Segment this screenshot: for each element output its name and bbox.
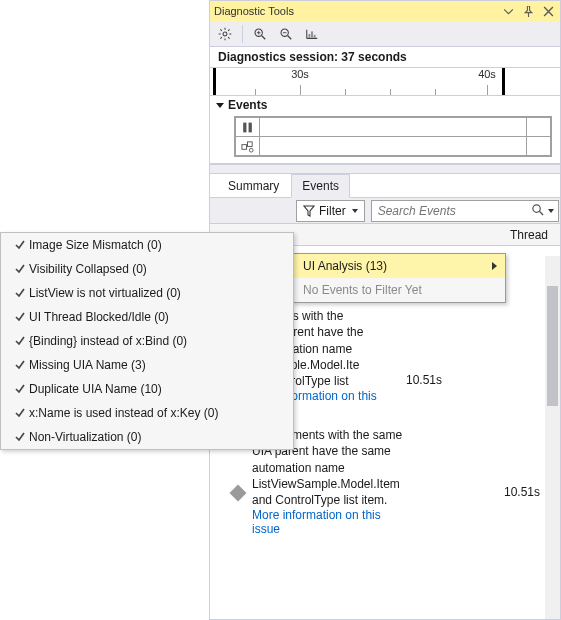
issue-link[interactable]: More information on thisissue <box>252 508 496 536</box>
issue-text-fragment: IA parent have the <box>266 324 552 340</box>
pause-icon[interactable] <box>236 118 260 137</box>
window-title: Diagnostic Tools <box>214 5 496 17</box>
svg-line-7 <box>228 29 229 30</box>
vertical-scrollbar[interactable] <box>545 256 560 619</box>
filter-icon <box>303 205 315 217</box>
timeline-tick-label: 40s <box>478 68 496 80</box>
svg-line-14 <box>288 35 292 39</box>
svg-line-25 <box>539 211 543 215</box>
timeline-marker-start[interactable] <box>213 68 216 95</box>
window-dropdown-icon[interactable] <box>500 3 516 19</box>
table-cell <box>527 137 551 156</box>
timeline-tick <box>390 89 391 95</box>
filter-button[interactable]: Filter <box>296 200 365 222</box>
check-icon <box>11 407 29 419</box>
toolbar <box>210 21 560 47</box>
submenu-item[interactable]: UI Thread Blocked/Idle (0) <box>1 305 293 329</box>
svg-rect-21 <box>242 145 247 150</box>
check-icon <box>11 287 29 299</box>
svg-rect-17 <box>311 31 313 37</box>
check-icon <box>11 239 29 251</box>
submenu-item[interactable]: Non-Virtualization (0) <box>1 425 293 449</box>
submenu-item[interactable]: Visibility Collapsed (0) <box>1 257 293 281</box>
svg-point-23 <box>249 149 253 153</box>
tabs: Summary Events <box>210 174 560 198</box>
svg-line-8 <box>220 37 221 38</box>
filter-menu-item-no-events: No Events to Filter Yet <box>293 278 505 302</box>
settings-button[interactable] <box>214 23 236 45</box>
table-cell <box>527 118 551 137</box>
pin-icon[interactable] <box>520 3 536 19</box>
title-bar: Diagnostic Tools <box>210 1 560 21</box>
submenu-item[interactable]: Missing UIA Name (3) <box>1 353 293 377</box>
check-icon <box>11 335 29 347</box>
zoom-out-button[interactable] <box>275 23 297 45</box>
chevron-down-icon <box>216 103 224 108</box>
table-cell <box>260 137 527 156</box>
filter-row: Filter <box>210 198 560 224</box>
timeline-tick <box>345 89 346 95</box>
zoom-in-button[interactable] <box>249 23 271 45</box>
check-icon <box>11 431 29 443</box>
timeline-marker-end[interactable] <box>502 68 505 95</box>
filter-menu: UI Analysis (13) No Events to Filter Yet <box>292 253 506 303</box>
submenu-item[interactable]: ListView is not virtualized (0) <box>1 281 293 305</box>
tab-summary[interactable]: Summary <box>218 175 289 197</box>
svg-point-24 <box>533 204 540 211</box>
svg-rect-22 <box>248 142 253 147</box>
filter-label: Filter <box>319 204 346 218</box>
svg-point-0 <box>223 32 227 36</box>
svg-line-6 <box>228 37 229 38</box>
timeline[interactable]: 30s 40s <box>210 68 560 96</box>
events-pane: Events <box>210 96 560 164</box>
scrollbar-thumb[interactable] <box>547 286 558 406</box>
svg-rect-18 <box>314 34 316 37</box>
svg-rect-20 <box>249 123 252 133</box>
chevron-right-icon <box>492 262 497 270</box>
table-row <box>236 118 551 137</box>
toolbar-separator <box>242 25 243 43</box>
close-icon[interactable] <box>540 3 556 19</box>
check-icon <box>11 383 29 395</box>
check-icon <box>11 359 29 371</box>
table-cell <box>260 118 527 137</box>
ui-analysis-submenu: Image Size Mismatch (0) Visibility Colla… <box>0 232 294 450</box>
intellitrace-icon[interactable] <box>236 137 260 156</box>
issue-text-fragment: utomation name <box>266 341 552 357</box>
check-icon <box>11 311 29 323</box>
filter-menu-item-ui-analysis[interactable]: UI Analysis (13) <box>293 254 505 278</box>
search-input[interactable] <box>376 203 531 219</box>
search-field[interactable] <box>371 200 559 222</box>
submenu-item[interactable]: Duplicate UIA Name (10) <box>1 377 293 401</box>
submenu-item[interactable]: x:Name is used instead of x:Key (0) <box>1 401 293 425</box>
pane-separator[interactable] <box>210 164 560 174</box>
table-row <box>236 137 551 156</box>
timeline-tick <box>300 85 301 95</box>
search-options-dropdown[interactable] <box>548 209 554 213</box>
issue-time: 10.51s <box>406 373 442 389</box>
search-icon[interactable] <box>531 203 544 219</box>
svg-line-5 <box>220 29 221 30</box>
submenu-item[interactable]: {Binding} instead of x:Bind (0) <box>1 329 293 353</box>
session-label: Diagnostics session: 37 seconds <box>210 47 560 68</box>
events-grid <box>234 116 552 157</box>
timeline-tick <box>435 89 436 95</box>
chart-view-button[interactable] <box>301 23 323 45</box>
check-icon <box>11 263 29 275</box>
event-marker-icon <box>230 485 247 502</box>
events-pane-header[interactable]: Events <box>210 96 560 114</box>
events-pane-title: Events <box>228 98 267 112</box>
svg-line-10 <box>262 35 266 39</box>
tab-events[interactable]: Events <box>291 174 350 198</box>
timeline-tick <box>487 85 488 95</box>
chevron-down-icon <box>352 209 358 213</box>
issue-text-fragment: ments with the <box>266 308 552 324</box>
svg-rect-19 <box>243 123 246 133</box>
issue-text-fragment: Sample.Model.Ite <box>266 357 552 373</box>
svg-rect-16 <box>309 34 311 38</box>
column-thread[interactable]: Thread <box>510 228 548 242</box>
timeline-tick-label: 30s <box>291 68 309 80</box>
timeline-tick <box>255 89 256 95</box>
submenu-item[interactable]: Image Size Mismatch (0) <box>1 233 293 257</box>
